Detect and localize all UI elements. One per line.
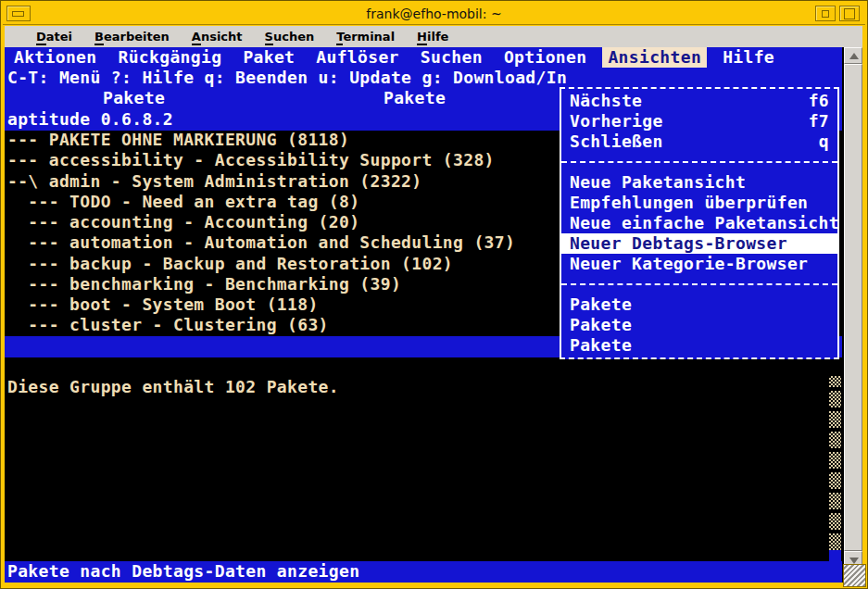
terminal-window: frank@efho-mobil: ~ DateiBearbeitenAnsic… bbox=[0, 0, 868, 589]
gtk-menubar: DateiBearbeitenAnsichtSuchenTerminalHilf… bbox=[5, 26, 862, 47]
status-line: Pakete nach Debtags-Daten anzeigen bbox=[5, 561, 842, 583]
arrow-up-icon bbox=[849, 53, 859, 59]
text-scrollbar-track[interactable] bbox=[829, 376, 841, 550]
scrollbar-thumb[interactable] bbox=[844, 64, 862, 551]
window-title: frank@efho-mobil: ~ bbox=[3, 6, 865, 21]
apt-menu-ansichten[interactable]: Ansichten bbox=[602, 47, 707, 69]
apt-menu-suchen[interactable]: Suchen bbox=[421, 47, 483, 69]
menu-item-schlie-en[interactable]: Schließenq bbox=[561, 132, 837, 152]
menubar-item-terminal[interactable]: Terminal bbox=[336, 30, 395, 44]
apt-menu-paket[interactable]: Paket bbox=[243, 47, 295, 69]
menu-item-neuer-kategorie-browser[interactable]: Neuer Kategorie-Browser bbox=[561, 254, 837, 274]
help-line: C-T: Menü ?: Hilfe q: Beenden u: Update … bbox=[5, 68, 842, 89]
menu-item-n-chste[interactable]: Nächstef6 bbox=[561, 91, 837, 111]
menu-separator bbox=[561, 274, 837, 294]
small-square-icon bbox=[822, 10, 829, 18]
menu-item-neue-einfache-paketansicht[interactable]: Neue einfache Paketansicht bbox=[561, 213, 837, 233]
arrow-down-icon bbox=[849, 558, 859, 564]
restore-button[interactable] bbox=[815, 6, 836, 21]
menu-item-vorherige[interactable]: Vorherigef7 bbox=[561, 111, 837, 132]
terminal-scrollbar[interactable] bbox=[844, 47, 862, 568]
titlebar[interactable]: frank@efho-mobil: ~ bbox=[3, 3, 865, 25]
menu-separator bbox=[561, 152, 837, 172]
menu-item-neuer-debtags-browser[interactable]: Neuer Debtags-Browser bbox=[561, 233, 837, 254]
apt-menu-hilfe[interactable]: Hilfe bbox=[723, 47, 774, 69]
apt-menu-rückgängig[interactable]: Rückgängig bbox=[119, 47, 222, 69]
menu-shortcut: f6 bbox=[809, 91, 829, 111]
menu-item-pakete[interactable]: Pakete bbox=[561, 315, 837, 335]
menubar-item-suchen[interactable]: Suchen bbox=[265, 30, 315, 44]
menubar-item-datei[interactable]: Datei bbox=[36, 30, 72, 44]
menubar-item-bearbeiten[interactable]: Bearbeiten bbox=[94, 30, 170, 44]
apt-menu-optionen[interactable]: Optionen bbox=[504, 47, 587, 69]
apt-menu-auflöser[interactable]: Auflöser bbox=[316, 47, 399, 69]
menubar-item-ansicht[interactable]: Ansicht bbox=[192, 30, 243, 44]
tab-pakete-1[interactable]: Pakete bbox=[103, 88, 165, 108]
resize-grip[interactable] bbox=[843, 564, 866, 587]
menu-item-pakete[interactable]: Pakete bbox=[561, 294, 837, 315]
aptitude-menubar: AktionenRückgängigPaketAuflöserSuchenOpt… bbox=[5, 47, 842, 69]
terminal-screen: AktionenRückgängigPaketAuflöserSuchenOpt… bbox=[5, 47, 845, 583]
tab-pakete-2[interactable]: Pakete bbox=[384, 88, 446, 108]
views-dropdown-menu: Nächstef6Vorherigef7SchließenqNeue Paket… bbox=[560, 87, 839, 359]
menu-item-pakete[interactable]: Pakete bbox=[561, 335, 837, 356]
maximize-button[interactable] bbox=[839, 6, 860, 21]
group-description: Diese Gruppe enthält 102 Pakete. bbox=[5, 377, 842, 398]
scroll-up-button[interactable] bbox=[844, 47, 862, 64]
menu-item-neue-paketansicht[interactable]: Neue Paketansicht bbox=[561, 172, 837, 193]
menu-shortcut: f7 bbox=[809, 111, 829, 132]
menu-item-empfehlungen-berpr-fen[interactable]: Empfehlungen überprüfen bbox=[561, 193, 837, 213]
menubar-item-hilfe[interactable]: Hilfe bbox=[417, 30, 448, 44]
apt-menu-aktionen[interactable]: Aktionen bbox=[14, 47, 97, 69]
square-icon bbox=[844, 8, 855, 19]
menu-shortcut: q bbox=[819, 132, 829, 152]
